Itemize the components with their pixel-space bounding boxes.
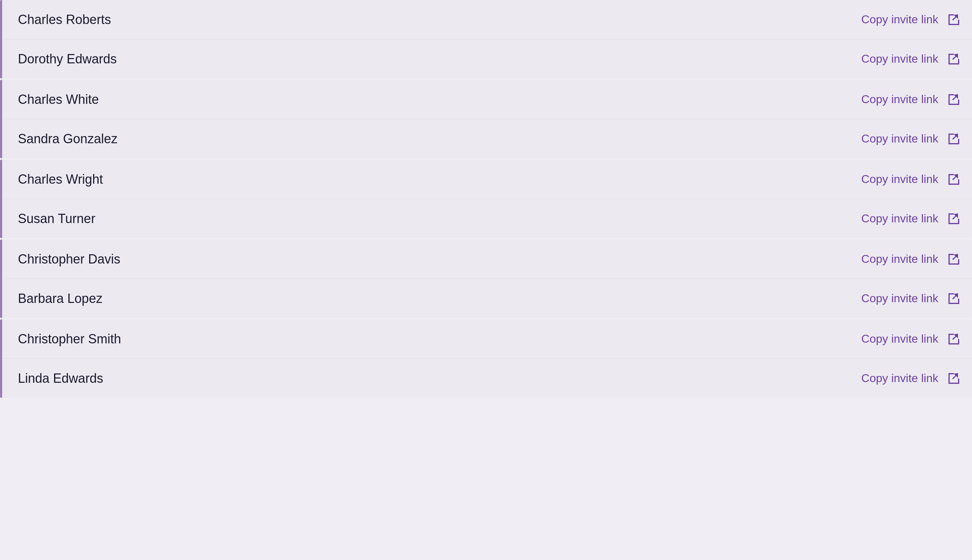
list-item: Christopher DavisCopy invite link bbox=[0, 240, 972, 279]
external-link-icon[interactable] bbox=[944, 290, 961, 307]
copy-invite-link-button[interactable]: Copy invite link bbox=[861, 170, 938, 189]
list-item: Charles RobertsCopy invite link bbox=[0, 0, 972, 39]
person-name: Charles White bbox=[18, 92, 99, 107]
list-item: Susan TurnerCopy invite link bbox=[0, 199, 972, 238]
copy-invite-link-button[interactable]: Copy invite link bbox=[861, 209, 938, 228]
person-name: Christopher Smith bbox=[18, 332, 121, 347]
invite-list: Charles RobertsCopy invite link Dorothy … bbox=[0, 0, 972, 398]
list-item: Dorothy EdwardsCopy invite link bbox=[0, 39, 972, 78]
item-actions: Copy invite link bbox=[861, 90, 961, 109]
external-link-icon[interactable] bbox=[944, 130, 961, 148]
copy-invite-link-button[interactable]: Copy invite link bbox=[861, 10, 938, 29]
list-item: Barbara LopezCopy invite link bbox=[0, 279, 972, 318]
list-group: Charles RobertsCopy invite link Dorothy … bbox=[0, 0, 972, 78]
person-name: Sandra Gonzalez bbox=[18, 132, 117, 147]
person-name: Dorothy Edwards bbox=[18, 52, 117, 67]
item-actions: Copy invite link bbox=[861, 10, 961, 29]
item-actions: Copy invite link bbox=[861, 129, 961, 148]
item-actions: Copy invite link bbox=[861, 209, 961, 228]
list-group: Christopher DavisCopy invite link Barbar… bbox=[0, 240, 972, 318]
external-link-icon[interactable] bbox=[944, 210, 961, 227]
list-item: Charles WrightCopy invite link bbox=[0, 160, 972, 199]
item-actions: Copy invite link bbox=[861, 289, 961, 308]
list-group: Charles WrightCopy invite link Susan Tur… bbox=[0, 160, 972, 238]
person-name: Christopher Davis bbox=[18, 252, 120, 267]
person-name: Barbara Lopez bbox=[18, 291, 102, 306]
list-group: Christopher SmithCopy invite link Linda … bbox=[0, 319, 972, 398]
item-actions: Copy invite link bbox=[861, 329, 961, 348]
external-link-icon[interactable] bbox=[944, 370, 961, 387]
person-name: Charles Wright bbox=[18, 172, 103, 187]
external-link-icon[interactable] bbox=[944, 330, 961, 348]
copy-invite-link-button[interactable]: Copy invite link bbox=[861, 49, 938, 68]
person-name: Susan Turner bbox=[18, 211, 95, 226]
copy-invite-link-button[interactable]: Copy invite link bbox=[861, 129, 938, 148]
list-item: Christopher SmithCopy invite link bbox=[0, 319, 972, 359]
copy-invite-link-button[interactable]: Copy invite link bbox=[861, 250, 938, 268]
list-item: Sandra GonzalezCopy invite link bbox=[0, 119, 972, 158]
external-link-icon[interactable] bbox=[944, 91, 961, 108]
item-actions: Copy invite link bbox=[861, 170, 961, 189]
external-link-icon[interactable] bbox=[944, 50, 961, 68]
copy-invite-link-button[interactable]: Copy invite link bbox=[861, 90, 938, 109]
person-name: Linda Edwards bbox=[18, 371, 103, 386]
external-link-icon[interactable] bbox=[944, 171, 961, 188]
item-actions: Copy invite link bbox=[861, 49, 961, 68]
list-item: Linda EdwardsCopy invite link bbox=[0, 359, 972, 398]
item-actions: Copy invite link bbox=[861, 250, 961, 268]
list-item: Charles WhiteCopy invite link bbox=[0, 80, 972, 119]
copy-invite-link-button[interactable]: Copy invite link bbox=[861, 289, 938, 308]
copy-invite-link-button[interactable]: Copy invite link bbox=[861, 369, 938, 388]
copy-invite-link-button[interactable]: Copy invite link bbox=[861, 329, 938, 348]
item-actions: Copy invite link bbox=[861, 369, 961, 388]
external-link-icon[interactable] bbox=[944, 251, 961, 268]
person-name: Charles Roberts bbox=[18, 12, 111, 27]
list-group: Charles WhiteCopy invite link Sandra Gon… bbox=[0, 80, 972, 158]
external-link-icon[interactable] bbox=[944, 11, 961, 28]
